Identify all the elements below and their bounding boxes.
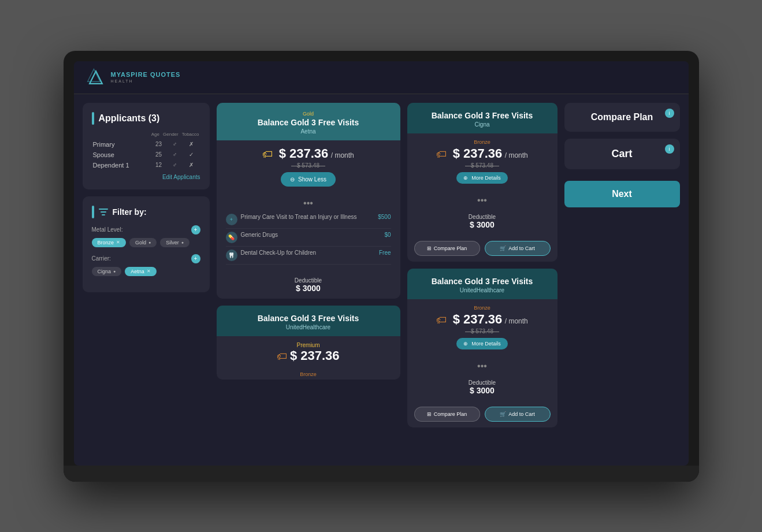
svg-rect-4 [102,214,105,215]
deductible-label-1: Deductible [222,277,395,284]
applicant-tobacco: ✓ [183,151,199,158]
table-row: Spouse 25 ♂ ✓ [92,150,200,160]
plan-carrier-2: Cigna [417,121,548,128]
right-panel: i Compare Plan i Cart Next [564,103,680,457]
metal-level-label: Metal Level: + [92,225,200,235]
plan-name-2: Balance Gold 3 Free Visits [417,111,548,120]
plan-original-1: —$ 573.48— [226,162,391,169]
svg-rect-3 [101,211,106,213]
plan-card-2: Balance Gold 3 Free Visits Cigna Bronze … [407,103,557,262]
main-content: Applicants (3) Age Gender Tobacco Primar… [74,94,689,466]
benefit-name: Generic Drugs [241,232,385,238]
carrier-tags: Cigna ● Aetna ✕ [92,267,200,276]
plan-price-area-2: Bronze 🏷 $ 237.36 / month —$ 573.48— ⊕ M… [407,133,557,193]
plan-header-1: Gold Balance Gold 3 Free Visits Aetna [217,103,400,140]
show-less-icon: ⊖ [290,176,295,183]
plan-price-area-1: 🏷 $ 237.36 / month —$ 573.48— ⊖ Show Les… [217,140,400,196]
carrier-label: Carrier: + [92,254,200,263]
plan-header-3: Balance Gold 3 Free Visits UnitedHealthc… [217,306,400,336]
plan-price-1: $ 237.36 [279,146,329,161]
plan-original-2: —$ 573.48— [417,162,548,169]
plan-carrier-3: UnitedHealthcare [226,324,391,330]
compare-card: i Compare Plan [564,103,680,132]
tag-aetna[interactable]: Aetna ✕ [125,267,157,276]
benefit-icon: 💊 [226,232,237,243]
applicant-name: Primary [93,141,151,148]
tag-gold[interactable]: Gold ● [129,238,157,247]
col-age: Age [151,132,159,137]
more-details-btn-4[interactable]: ⊕ More Details [456,338,508,349]
col-tobacco: Tobacco [182,132,199,137]
filter-title: Filter by: [92,206,200,218]
plan-card-4: Balance Gold 3 Free Visits UnitedHealthc… [407,269,557,427]
bookmark-icon-1: 🏷 [262,148,273,161]
header: MYASPIRE QUOTES HEALTH [74,61,689,94]
applicants-title: Applicants (3) [92,112,200,125]
cart-card: i Cart [564,139,680,169]
show-less-btn[interactable]: ⊖ Show Less [281,172,336,187]
bronze-label-3: Bronze [217,369,400,380]
deductible-amount-2: $ 3000 [413,220,552,229]
plan-header-2: Balance Gold 3 Free Visits Cigna [407,103,557,133]
plan-original-4: —$ 573.48— [417,328,548,334]
tag-bronze[interactable]: Bronze ✕ [92,238,127,247]
deductible-area-2: Deductible $ 3000 [407,208,557,235]
compare-icon-2: ⊞ [427,245,432,251]
tag-silver[interactable]: Silver ● [160,238,189,247]
edit-applicants-link[interactable]: Edit Applicants [92,174,200,180]
benefit-cost: $500 [378,214,391,220]
cart-title: Cart [574,148,671,160]
compare-info-icon[interactable]: i [665,109,674,118]
plan-level-1: Gold [226,111,391,117]
plan-period-4: / month [505,317,528,325]
svg-rect-2 [99,209,108,210]
carrier-add-btn[interactable]: + [191,254,200,263]
dots-2: ••• [407,195,557,206]
dots-4: ••• [407,361,557,371]
plan-name-3: Balance Gold 3 Free Visits [226,314,391,323]
compare-plan-btn-2[interactable]: ⊞ Compare Plan [414,241,480,256]
tag-cigna[interactable]: Cigna ● [92,267,122,276]
plan-details-1: + Primary Care Visit to Treat an Injury … [217,211,400,271]
logo-icon [86,67,106,88]
metal-tags: Bronze ✕ Gold ● Silver ● [92,238,200,247]
plan-price-2: $ 237.36 [453,146,503,161]
middle-panel: Gold Balance Gold 3 Free Visits Aetna 🏷 … [217,103,400,457]
logo-sub: HEALTH [111,79,181,83]
plan-card-3: Balance Gold 3 Free Visits UnitedHealthc… [217,306,400,380]
filter-card: Filter by: Metal Level: + Bronze ✕ Gold … [83,196,210,292]
benefit-name: Primary Care Visit to Treat an Injury or… [241,214,378,220]
applicant-name: Dependent 1 [93,162,151,169]
applicants-card: Applicants (3) Age Gender Tobacco Primar… [83,103,210,189]
filter-label-text: Filter by: [113,207,147,217]
filter-accent [92,206,94,218]
metal-level-add-btn[interactable]: + [191,225,200,235]
applicants-table: Age Gender Tobacco Primary 23 ♂ ✗ [92,132,200,170]
benefit-row: + Primary Care Visit to Treat an Injury … [226,211,391,229]
add-cart-btn-2[interactable]: 🛒 Add to Cart [485,241,551,256]
col-gender: Gender [163,132,179,137]
cart-icon-2: 🛒 [500,245,506,251]
benefit-row: 💊 Generic Drugs $0 [226,229,391,247]
applicant-gender: ♂ [167,162,183,168]
next-button[interactable]: Next [564,181,680,207]
benefit-cost: $0 [384,232,391,238]
more-details-btn-2[interactable]: ⊕ More Details [456,172,508,184]
plan-price-4: $ 237.36 [453,312,503,326]
laptop-base [64,466,699,482]
applicant-age: 12 [151,162,167,168]
add-cart-btn-4[interactable]: 🛒 Add to Cart [485,407,551,422]
benefit-icon: 🦷 [226,250,237,261]
filter-icon [99,208,108,216]
details-icon-2: ⊕ [463,175,468,181]
applicant-age: 25 [151,151,167,158]
plan-price-3: $ 237.36 [290,348,340,363]
plan-period-2: / month [505,151,528,159]
applicants-count: (3) [148,113,160,123]
plan-period-1: / month [331,151,354,159]
cart-info-icon[interactable]: i [665,144,674,154]
logo-text: MYASPIRE QUOTES [111,71,181,79]
compare-plan-btn-4[interactable]: ⊞ Compare Plan [414,407,480,422]
plan-actions-2: ⊞ Compare Plan 🛒 Add to Cart [407,235,557,262]
compare-icon-4: ⊞ [427,411,432,417]
